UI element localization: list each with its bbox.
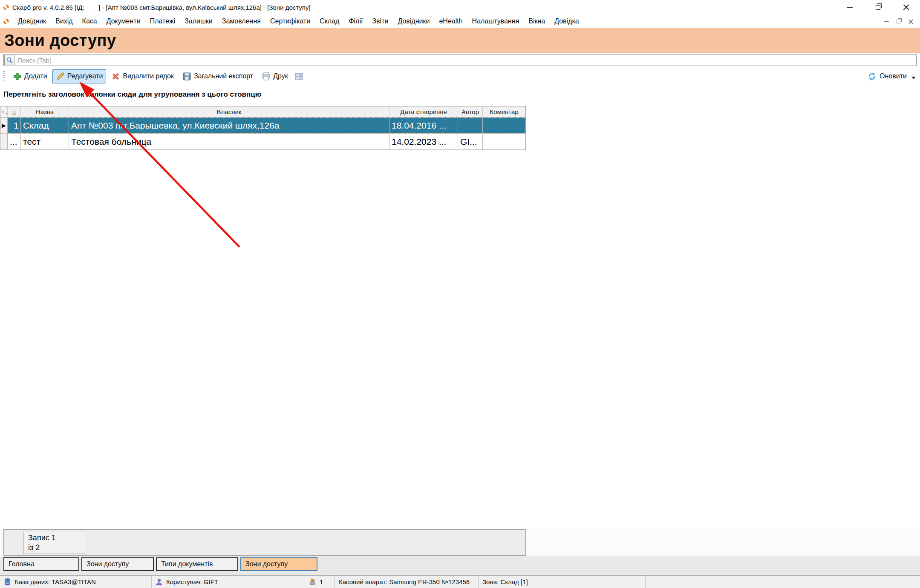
record-count-line2: із 2 bbox=[28, 543, 81, 553]
search-input[interactable] bbox=[15, 57, 916, 64]
record-panel-divider bbox=[4, 530, 7, 555]
menu-dovidka[interactable]: Довідка bbox=[550, 16, 584, 27]
app-logo-icon bbox=[3, 19, 9, 24]
app-window: Скарб pro v. 4.0.2.85 [ІД: ] - [Апт №003… bbox=[0, 0, 920, 588]
minimize-button[interactable] bbox=[836, 0, 864, 14]
tab-zony-dostupu-active[interactable]: Зони доступу bbox=[240, 557, 317, 571]
restore-icon bbox=[897, 20, 900, 23]
delete-row-button[interactable]: Видалити рядок bbox=[108, 69, 177, 83]
status-bar: База даних: TASA3@TITAN Користувач: GIFT… bbox=[0, 575, 920, 588]
status-database: База даних: TASA3@TITAN bbox=[0, 576, 152, 588]
sort-indicator-cell[interactable]: △ bbox=[8, 106, 21, 118]
page-title: Зони доступу bbox=[4, 32, 116, 50]
grid-grip-icon bbox=[1, 110, 4, 114]
cell-name[interactable]: Склад bbox=[21, 118, 69, 134]
menu-bar: Довідник Вихід Каса Документи Платежі За… bbox=[0, 14, 920, 28]
record-count-line1: Запис 1 bbox=[28, 533, 81, 543]
table-row-test[interactable]: ... тест Тестовая больница 14.02.2023 ..… bbox=[0, 134, 525, 150]
cell-comment[interactable] bbox=[483, 134, 525, 150]
empty-workspace bbox=[0, 150, 920, 529]
close-button[interactable] bbox=[892, 0, 920, 14]
mdi-minimize-button[interactable] bbox=[884, 21, 888, 22]
sort-triangle-icon: △ bbox=[12, 109, 16, 115]
edit-button[interactable]: Редагувати bbox=[52, 69, 107, 83]
cell-owner[interactable]: Апт №003 пгт.Барышевка, ул.Киевский шлях… bbox=[69, 118, 389, 134]
app-logo-icon bbox=[3, 5, 9, 10]
status-zone: Зона: Склад [1] bbox=[479, 576, 646, 588]
cell-author[interactable]: GI... bbox=[458, 134, 483, 150]
group-by-hint: Перетягніть заголовок колонки сюди для у… bbox=[0, 85, 920, 103]
menu-ehealth[interactable]: eHealth bbox=[434, 16, 467, 27]
cell-created[interactable]: 18.04.2016 ... bbox=[389, 118, 458, 134]
table-header-row: . △ Назва Власник Дата створення Автор К… bbox=[0, 106, 525, 118]
close-icon bbox=[903, 4, 909, 11]
menu-dovidnyky[interactable]: Довідники bbox=[393, 16, 434, 27]
menu-dovidnyk[interactable]: Довідник bbox=[13, 16, 51, 27]
menu-zalyshky[interactable]: Залишки bbox=[180, 16, 217, 27]
minimize-icon bbox=[884, 21, 888, 22]
restore-button[interactable] bbox=[864, 0, 892, 14]
table-corner-cell: . bbox=[0, 106, 8, 118]
restore-icon bbox=[876, 5, 880, 10]
row-marker-cell: ▶ bbox=[0, 118, 8, 134]
column-header-owner[interactable]: Власник bbox=[69, 106, 389, 118]
floppy-save-icon bbox=[182, 72, 191, 81]
column-header-created[interactable]: Дата створення bbox=[389, 106, 458, 118]
table-row-sklad[interactable]: ▶ 1 Склад Апт №003 пгт.Барышевка, ул.Кие… bbox=[0, 118, 525, 134]
menu-sertyfikaty[interactable]: Сертифікати bbox=[265, 16, 315, 27]
print-button[interactable]: Друк bbox=[258, 69, 291, 83]
menu-platezhi[interactable]: Платежі bbox=[145, 16, 180, 27]
row-number-cell: 1 bbox=[8, 118, 21, 134]
tab-zony-dostupu-1[interactable]: Зони доступу bbox=[81, 557, 154, 571]
close-icon bbox=[908, 19, 914, 24]
menu-vykhid[interactable]: Вихід bbox=[51, 16, 78, 27]
red-x-icon bbox=[111, 72, 120, 81]
search-box bbox=[3, 54, 917, 66]
refresh-icon bbox=[868, 72, 877, 81]
menu-zvity[interactable]: Звіти bbox=[367, 16, 393, 27]
database-icon bbox=[4, 578, 11, 585]
toolbar-grip-handle[interactable] bbox=[3, 71, 5, 81]
cell-comment[interactable] bbox=[483, 118, 525, 134]
menu-zamovlennia[interactable]: Замовлення bbox=[217, 16, 265, 27]
tab-typy-dokumentiv[interactable]: Типи документів bbox=[156, 557, 238, 571]
cell-name[interactable]: тест bbox=[21, 134, 69, 150]
columns-button[interactable] bbox=[293, 69, 305, 83]
refresh-dropdown-caret-icon[interactable] bbox=[911, 77, 916, 79]
pencil-icon bbox=[56, 72, 65, 81]
refresh-button[interactable]: Оновити bbox=[868, 72, 916, 81]
menu-vikna[interactable]: Вікна bbox=[524, 16, 550, 27]
record-count-box: Запис 1 із 2 bbox=[23, 531, 85, 554]
search-icon-button[interactable] bbox=[4, 55, 14, 65]
toolbar: Додати Редагувати Видалити рядок Загальн… bbox=[0, 67, 920, 85]
columns-icon bbox=[294, 72, 303, 81]
add-button[interactable]: Додати bbox=[9, 69, 51, 83]
cell-author[interactable] bbox=[458, 118, 483, 134]
column-header-comment[interactable]: Коментар bbox=[483, 106, 525, 118]
title-bar: Скарб pro v. 4.0.2.85 [ІД: ] - [Апт №003… bbox=[0, 0, 920, 14]
menu-kasa[interactable]: Каса bbox=[78, 16, 102, 27]
printer-icon bbox=[262, 72, 271, 81]
mdi-close-button[interactable] bbox=[908, 19, 914, 24]
page-header-band: Зони доступу bbox=[0, 28, 920, 53]
column-header-name[interactable]: Назва bbox=[21, 106, 69, 118]
menu-dokumenty[interactable]: Документи bbox=[102, 16, 145, 27]
menu-sklad[interactable]: Склад bbox=[315, 16, 344, 27]
record-strip: Запис 1 із 2 bbox=[0, 529, 920, 556]
status-register-count: 1 bbox=[305, 576, 335, 588]
mdi-restore-button[interactable] bbox=[897, 20, 900, 23]
menu-nalashtuvannia[interactable]: Налаштування bbox=[467, 16, 524, 27]
column-header-author[interactable]: Автор bbox=[458, 106, 483, 118]
minimize-icon bbox=[847, 7, 853, 8]
window-tabs-bar: Головна Зони доступу Типи документів Зон… bbox=[0, 556, 920, 575]
status-cash-register: Касовий апарат: Samsung ER-350 №123456 bbox=[335, 576, 479, 588]
tab-holovna[interactable]: Головна bbox=[3, 557, 79, 571]
window-title: Скарб pro v. 4.0.2.85 [ІД: ] - [Апт №003… bbox=[12, 4, 311, 11]
search-icon bbox=[6, 57, 13, 64]
menu-filii[interactable]: Філії bbox=[344, 16, 367, 27]
plus-icon bbox=[13, 72, 22, 81]
export-button[interactable]: Загальний експорт bbox=[179, 69, 257, 83]
cell-owner[interactable]: Тестовая больница bbox=[69, 134, 389, 150]
status-user: Користувач: GIFT bbox=[152, 576, 305, 588]
cell-created[interactable]: 14.02.2023 ... bbox=[389, 134, 458, 150]
